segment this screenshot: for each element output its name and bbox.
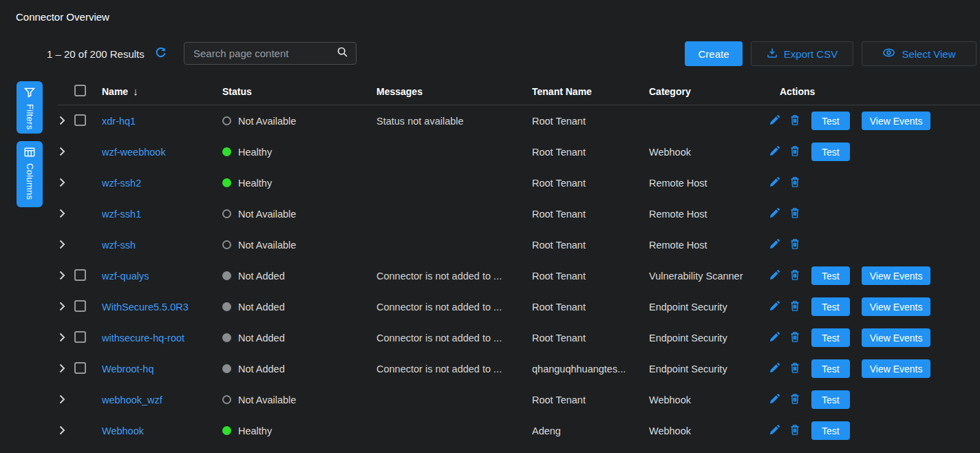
row-checkbox[interactable] — [74, 331, 86, 343]
row-checkbox[interactable] — [74, 300, 86, 312]
table-row: wzf-weebhookHealthyRoot TenantWebhookTes… — [58, 136, 980, 167]
status-label: Healthy — [238, 147, 272, 158]
trash-icon — [789, 145, 800, 159]
select-view-button[interactable]: Select View — [862, 41, 977, 66]
test-button[interactable]: Test — [811, 328, 850, 347]
delete-button[interactable] — [789, 114, 800, 128]
expand-row-chevron-icon[interactable] — [58, 269, 67, 282]
delete-button[interactable] — [789, 176, 800, 190]
edit-button[interactable] — [769, 424, 780, 438]
columns-tab-label: Columns — [25, 163, 35, 200]
view-events-button[interactable]: View Events — [862, 266, 931, 285]
select-all-checkbox[interactable] — [74, 85, 86, 96]
test-button[interactable]: Test — [811, 143, 850, 161]
trash-icon — [789, 207, 800, 221]
expand-row-chevron-icon[interactable] — [58, 300, 67, 313]
edit-button[interactable] — [769, 114, 780, 128]
delete-button[interactable] — [789, 238, 800, 252]
column-header-category[interactable]: Category — [649, 86, 769, 97]
export-csv-button[interactable]: Export CSV — [751, 41, 853, 66]
edit-button[interactable] — [769, 393, 780, 407]
tenant-name: Root Tenant — [532, 209, 649, 220]
delete-button[interactable] — [789, 207, 800, 221]
test-button[interactable]: Test — [811, 390, 850, 409]
edit-button[interactable] — [769, 300, 780, 314]
delete-button[interactable] — [789, 269, 800, 283]
sort-descending-icon[interactable]: ↓ — [133, 85, 138, 97]
pencil-icon — [769, 269, 780, 283]
edit-button[interactable] — [769, 362, 780, 376]
export-csv-label: Export CSV — [784, 48, 838, 60]
status-dot-not-available-icon — [222, 395, 231, 404]
expand-row-chevron-icon[interactable] — [58, 176, 67, 189]
edit-button[interactable] — [769, 176, 780, 190]
expand-row-chevron-icon[interactable] — [58, 331, 67, 344]
filter-icon — [24, 87, 35, 101]
connector-name-link[interactable]: webhook_wzf — [102, 394, 162, 405]
expand-row-chevron-icon[interactable] — [58, 207, 67, 220]
edit-button[interactable] — [769, 145, 780, 159]
test-button[interactable]: Test — [811, 266, 850, 285]
delete-button[interactable] — [789, 145, 800, 159]
category: Endpoint Security — [649, 364, 769, 375]
message-text: Connector is not added to ... — [376, 302, 532, 313]
expand-row-chevron-icon[interactable] — [58, 238, 67, 251]
column-header-name[interactable]: Name — [102, 86, 128, 97]
column-header-tenant-name[interactable]: Tenant Name — [532, 86, 649, 97]
trash-icon — [789, 114, 800, 128]
test-button[interactable]: Test — [811, 297, 850, 316]
status-label: Not Available — [238, 116, 296, 127]
view-events-button[interactable]: View Events — [862, 112, 931, 130]
row-checkbox[interactable] — [74, 114, 86, 126]
connector-name-link[interactable]: WithSecure5.5.0R3 — [102, 302, 189, 313]
test-button[interactable]: Test — [811, 359, 850, 378]
delete-button[interactable] — [789, 362, 800, 376]
edit-button[interactable] — [769, 331, 780, 345]
connector-name-link[interactable]: Webroot-hq — [102, 364, 154, 375]
trash-icon — [789, 176, 800, 190]
edit-button[interactable] — [769, 269, 780, 283]
delete-button[interactable] — [789, 331, 800, 345]
expand-row-chevron-icon[interactable] — [58, 362, 67, 375]
view-events-button[interactable]: View Events — [862, 328, 931, 347]
search-input[interactable] — [192, 47, 337, 60]
column-header-status[interactable]: Status — [222, 86, 376, 97]
connector-name-link[interactable]: wzf-weebhook — [102, 147, 166, 158]
expand-row-chevron-icon[interactable] — [58, 145, 67, 158]
row-checkbox[interactable] — [74, 269, 86, 281]
search-box — [184, 42, 356, 65]
test-button[interactable]: Test — [811, 112, 850, 130]
delete-button[interactable] — [789, 424, 800, 438]
connector-name-link[interactable]: wzf-qualys — [102, 271, 149, 282]
tenant-name: qhanguqhhuangtes... — [532, 364, 649, 375]
eye-icon — [882, 46, 895, 61]
trash-icon — [789, 393, 800, 407]
search-icon[interactable] — [337, 46, 348, 61]
edit-button[interactable] — [769, 238, 780, 252]
trash-icon — [789, 300, 800, 314]
connector-name-link[interactable]: withsecure-hq-root — [102, 333, 184, 344]
create-button[interactable]: Create — [685, 41, 743, 66]
connector-name-link[interactable]: wzf-ssh — [102, 240, 136, 251]
expand-row-chevron-icon[interactable] — [58, 114, 67, 127]
columns-tab[interactable]: Columns — [17, 141, 43, 207]
delete-button[interactable] — [789, 300, 800, 314]
expand-row-chevron-icon[interactable] — [58, 424, 67, 436]
connector-name-link[interactable]: wzf-ssh1 — [102, 209, 141, 220]
connector-name-link[interactable]: Webhook — [102, 425, 144, 436]
message-text: Connector is not added to ... — [376, 364, 532, 375]
refresh-button[interactable] — [154, 47, 167, 61]
expand-row-chevron-icon[interactable] — [58, 393, 67, 405]
view-events-button[interactable]: View Events — [862, 297, 931, 316]
edit-button[interactable] — [769, 207, 780, 221]
connector-name-link[interactable]: wzf-ssh2 — [102, 178, 141, 189]
connector-name-link[interactable]: xdr-hq1 — [102, 116, 136, 127]
filters-tab-label: Filters — [25, 104, 35, 130]
filters-tab[interactable]: Filters — [17, 81, 43, 134]
test-button[interactable]: Test — [811, 421, 850, 440]
row-checkbox[interactable] — [74, 362, 86, 374]
delete-button[interactable] — [789, 393, 800, 407]
status-dot-not-available-icon — [222, 209, 231, 218]
view-events-button[interactable]: View Events — [862, 359, 931, 378]
column-header-messages[interactable]: Messages — [376, 86, 532, 97]
